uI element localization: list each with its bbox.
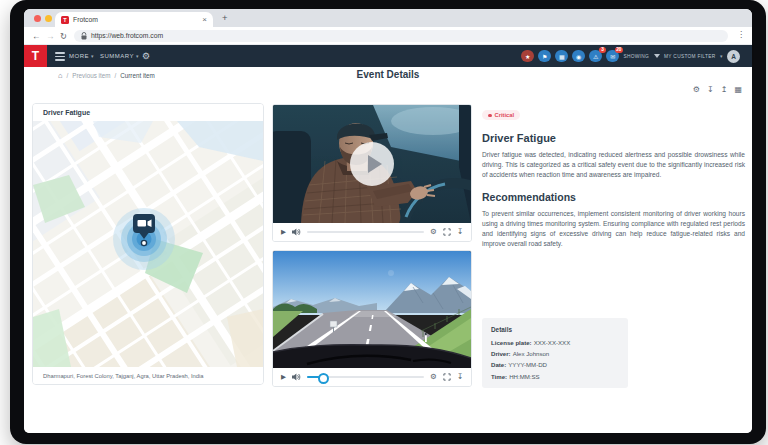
progress-handle[interactable] (318, 373, 329, 384)
browser-window: T Frotcom × + ← → ↻ https://web.frotcom.… (24, 9, 752, 433)
reload-button[interactable]: ↻ (60, 31, 67, 41)
nav-item-summary[interactable]: SUMMARY ▾ (100, 45, 139, 67)
event-title: Driver Fatigue (482, 132, 745, 144)
lock-icon (81, 32, 87, 40)
page-content: ⌂ / Previous item / Current item Event D… (24, 67, 752, 433)
frotcom-logo[interactable]: T (24, 45, 47, 67)
address-bar[interactable]: https://web.frotcom.com (74, 30, 728, 43)
volume-icon[interactable] (292, 228, 301, 236)
status-icon[interactable]: ◉ (572, 50, 585, 63)
road-video-frame[interactable] (273, 251, 471, 368)
alarms-badge: 3 (599, 47, 606, 53)
window-close-button[interactable] (34, 15, 41, 22)
custom-filter-dropdown[interactable]: MY CUSTOM FILTER (664, 54, 715, 59)
video-download-icon[interactable]: ↧ (457, 373, 463, 381)
map-address: Dharmapuri, Forest Colony, Tajganj, Agra… (33, 367, 263, 384)
chevron-down-icon: ▾ (136, 53, 139, 59)
browser-tab[interactable]: T Frotcom × (55, 12, 213, 27)
detail-license-plate: License plate:XXX-XX-XXX (491, 339, 619, 346)
recommendations-title: Recommendations (482, 191, 745, 203)
chevron-down-icon[interactable]: ▾ (720, 53, 723, 59)
menu-icon[interactable] (55, 52, 65, 63)
reports-icon[interactable]: ▦ (555, 50, 568, 63)
play-icon[interactable]: ▶ (281, 229, 286, 236)
download-icon[interactable]: ↧ (707, 85, 714, 94)
fullscreen-icon[interactable] (443, 228, 451, 236)
play-button[interactable] (350, 142, 394, 186)
event-description: Driver fatigue was detected, indicating … (482, 150, 745, 179)
map-panel-title: Driver Fatigue (43, 109, 90, 116)
map-panel: Driver Fatigue (32, 103, 264, 385)
play-icon (368, 155, 382, 173)
window-minimize-button[interactable] (45, 15, 52, 22)
grid-view-icon[interactable]: ▦ (734, 85, 742, 94)
user-avatar[interactable]: A (727, 50, 740, 63)
driver-video-player: ▶ ⚙ ↧ (272, 104, 472, 242)
showing-label: SHOWING (623, 54, 649, 59)
play-icon[interactable]: ▶ (281, 374, 286, 381)
back-button[interactable]: ← (32, 31, 41, 41)
map-flag-icon[interactable]: ⚑ (538, 50, 551, 63)
fleet-cluster-icon[interactable]: ★ (521, 50, 534, 63)
map-canvas[interactable] (33, 121, 263, 367)
driver-video-frame[interactable] (273, 105, 471, 223)
video-settings-icon[interactable]: ⚙ (430, 373, 437, 381)
forward-button[interactable]: → (46, 31, 55, 41)
details-card: Details License plate:XXX-XX-XXX Driver:… (482, 318, 628, 388)
messages-icon[interactable]: ✉ 20 (606, 50, 619, 63)
device-frame: T Frotcom × + ← → ↻ https://web.frotcom.… (10, 0, 766, 444)
tab-close-icon[interactable]: × (202, 16, 207, 24)
video-progress-bar[interactable] (307, 376, 424, 378)
detail-date: Date:YYYY-MM-DD (491, 361, 619, 368)
video-settings-icon[interactable]: ⚙ (430, 228, 437, 236)
road-video-controls: ▶ ⚙ ↧ (273, 368, 471, 386)
export-icon[interactable]: ↥ (721, 85, 728, 94)
messages-badge: 20 (615, 47, 623, 53)
page-title: Event Details (24, 69, 752, 80)
page-action-icons: ⚙ ↧ ↥ ▦ (693, 85, 742, 94)
video-download-icon[interactable]: ↧ (457, 228, 463, 236)
settings-icon[interactable]: ⚙ (693, 85, 700, 94)
url-text: https://web.frotcom.com (91, 32, 163, 39)
alarms-icon[interactable]: ⚠ 3 (589, 50, 602, 63)
details-title: Details (491, 326, 619, 333)
detail-driver: Driver:Alex Johnson (491, 350, 619, 357)
app-navbar: T MORE ▾ SUMMARY ▾ ⚙ ★ ⚑ ▦ (24, 45, 752, 67)
road-video-player: ▶ ⚙ ↧ (272, 250, 472, 387)
road-video-still (273, 251, 471, 368)
browser-menu-icon[interactable]: ⋮ (737, 30, 745, 39)
event-detail-panel: Critical Driver Fatigue Driver fatigue w… (482, 103, 745, 248)
severity-dot-icon (488, 114, 492, 118)
video-progress-bar[interactable] (307, 231, 424, 233)
frotcom-favicon-icon: T (61, 16, 69, 24)
browser-toolbar: ← → ↻ https://web.frotcom.com ⋮ (24, 27, 752, 45)
nav-settings-icon[interactable]: ⚙ (142, 45, 150, 67)
chevron-down-icon: ▾ (91, 53, 94, 59)
detail-time: Time:HH:MM:SS (491, 373, 619, 380)
fullscreen-icon[interactable] (443, 373, 451, 381)
recommendations-text: To prevent similar occurrences, implemen… (482, 209, 745, 248)
browser-tab-strip: T Frotcom × + (24, 9, 752, 27)
driver-video-controls: ▶ ⚙ ↧ (273, 223, 471, 241)
navbar-right-cluster: ★ ⚑ ▦ ◉ ⚠ 3 ✉ 20 SHOWING (521, 45, 752, 67)
volume-icon[interactable] (292, 373, 301, 381)
nav-item-more[interactable]: MORE ▾ (69, 45, 94, 67)
tab-title: Frotcom (73, 16, 202, 23)
filter-icon (654, 54, 660, 58)
vehicle-marker (113, 208, 175, 270)
new-tab-button[interactable]: + (222, 12, 228, 23)
severity-badge: Critical (482, 110, 520, 120)
